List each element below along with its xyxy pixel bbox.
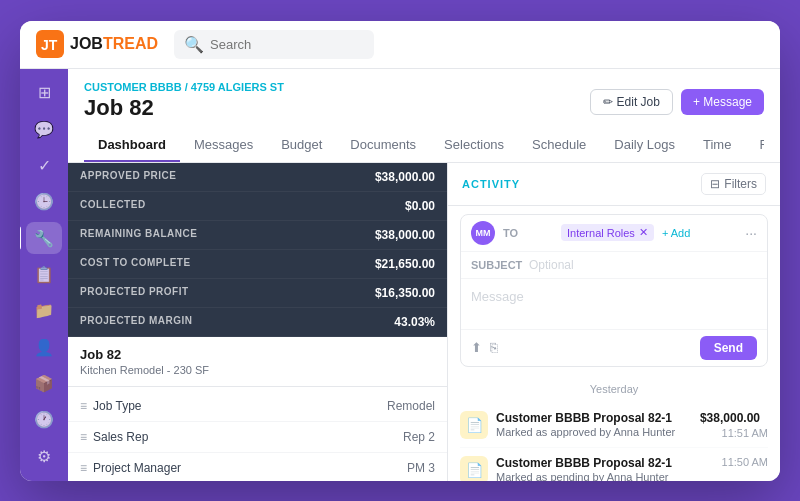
tab-messages[interactable]: Messages	[180, 129, 267, 162]
tab-schedule[interactable]: Schedule	[518, 129, 600, 162]
fields: ≡ Job Type Remodel ≡ Sales Rep Rep 2	[68, 387, 447, 481]
job-info: Job 82 Kitchen Remodel - 230 SF	[68, 337, 447, 387]
activity-item-1[interactable]: 📄 Customer BBBB Proposal 82-1 Marked as …	[460, 448, 768, 481]
sidebar-item-users[interactable]: 👤	[26, 331, 62, 363]
sidebar-item-items[interactable]: 📦	[26, 367, 62, 399]
composer-subject-row: SUBJECT Optional	[461, 252, 767, 279]
sidebar-item-tools[interactable]: 🔧	[26, 222, 62, 254]
field-row-job-type: ≡ Job Type Remodel	[68, 391, 447, 422]
tab-selections[interactable]: Selections	[430, 129, 518, 162]
lines-icon-3: ≡	[80, 461, 87, 475]
activity-content-1: Customer BBBB Proposal 82-1 Marked as pe…	[496, 456, 714, 481]
activity-right-1: 11:50 AM	[722, 456, 768, 468]
financial-table: APPROVED PRICE $38,000.00 COLLECTED $0.0…	[68, 163, 447, 337]
sidebar-item-files[interactable]: 📁	[26, 295, 62, 327]
tab-daily-logs[interactable]: Daily Logs	[600, 129, 689, 162]
fin-row-approved: APPROVED PRICE $38,000.00	[68, 163, 447, 192]
activity-icon-0: 📄	[460, 411, 488, 439]
composer-footer: ⬆ ⎘ Send	[461, 329, 767, 366]
fin-row-remaining: REMAINING BALANCE $38,000.00	[68, 221, 447, 250]
breadcrumb[interactable]: CUSTOMER BBBB / 4759 ALGIERS ST	[84, 81, 284, 93]
copy-icon[interactable]: ⎘	[490, 340, 498, 355]
sidebar-item-tasks[interactable]: ✓	[26, 149, 62, 181]
composer-body[interactable]: Message	[461, 279, 767, 329]
upload-icon[interactable]: ⬆	[471, 340, 482, 355]
job-header: CUSTOMER BBBB / 4759 ALGIERS ST Job 82 ✏…	[68, 69, 780, 163]
message-composer: MM TO Internal Roles ✕ + Add ··· SUBJECT…	[460, 214, 768, 367]
fin-row-margin: PROJECTED MARGIN 43.03%	[68, 308, 447, 337]
activity-title: ACTIVITY	[462, 178, 520, 190]
activity-feed: Yesterday 📄 Customer BBBB Proposal 82-1 …	[448, 375, 780, 481]
search-bar[interactable]: 🔍	[174, 30, 374, 59]
edit-icon: ✏	[603, 95, 613, 109]
right-panel: ACTIVITY ⊟ Filters MM TO Internal Roles	[448, 163, 780, 481]
logo-text: JOBTREAD	[70, 35, 158, 53]
field-row-project-manager: ≡ Project Manager PM 3	[68, 453, 447, 481]
fin-row-cost: COST TO COMPLETE $21,650.00	[68, 250, 447, 279]
tabs: Dashboard Messages Budget Documents Sele…	[84, 129, 764, 162]
add-link[interactable]: + Add	[662, 227, 690, 239]
tab-files[interactable]: Files	[745, 129, 764, 162]
sidebar-item-settings[interactable]: ⚙	[26, 440, 62, 472]
sidebar-item-home[interactable]: ⊞	[26, 77, 62, 109]
tab-time[interactable]: Time	[689, 129, 745, 162]
activity-right-0: $38,000.00 11:51 AM	[700, 411, 768, 439]
field-row-sales-rep: ≡ Sales Rep Rep 2	[68, 422, 447, 453]
topbar: JT JOBTREAD 🔍	[20, 21, 780, 69]
more-button[interactable]: ···	[745, 225, 757, 241]
composer-to-row: MM TO Internal Roles ✕ + Add ···	[461, 215, 767, 252]
logo-icon: JT	[36, 30, 64, 58]
panels: APPROVED PRICE $38,000.00 COLLECTED $0.0…	[68, 163, 780, 481]
filter-icon: ⊟	[710, 177, 720, 191]
left-panel: APPROVED PRICE $38,000.00 COLLECTED $0.0…	[68, 163, 448, 481]
send-button[interactable]: Send	[700, 336, 757, 360]
search-input[interactable]	[210, 37, 364, 52]
content-area: CUSTOMER BBBB / 4759 ALGIERS ST Job 82 ✏…	[68, 69, 780, 481]
composer-icons: ⬆ ⎘	[471, 340, 498, 355]
fin-row-profit: PROJECTED PROFIT $16,350.00	[68, 279, 447, 308]
tag-close-icon[interactable]: ✕	[639, 226, 648, 239]
avatar: MM	[471, 221, 495, 245]
filter-button[interactable]: ⊟ Filters	[701, 173, 766, 195]
tab-dashboard[interactable]: Dashboard	[84, 129, 180, 162]
date-divider: Yesterday	[460, 383, 768, 395]
fin-row-collected: COLLECTED $0.00	[68, 192, 447, 221]
activity-header: ACTIVITY ⊟ Filters	[448, 163, 780, 206]
search-icon: 🔍	[184, 35, 204, 54]
tab-documents[interactable]: Documents	[336, 129, 430, 162]
tab-budget[interactable]: Budget	[267, 129, 336, 162]
edit-job-button[interactable]: ✏ Edit Job	[590, 89, 673, 115]
lines-icon: ≡	[80, 399, 87, 413]
job-title: Job 82	[84, 95, 284, 121]
sidebar-item-time[interactable]: 🕒	[26, 186, 62, 218]
activity-content-0: Customer BBBB Proposal 82-1 Marked as ap…	[496, 411, 692, 438]
svg-text:JT: JT	[41, 37, 58, 53]
sidebar: ⊞ 💬 ✓ 🕒 🔧 📋 📁 👤 📦 🕐 ⚙	[20, 69, 68, 481]
activity-item-0[interactable]: 📄 Customer BBBB Proposal 82-1 Marked as …	[460, 403, 768, 448]
lines-icon-2: ≡	[80, 430, 87, 444]
message-button[interactable]: + Message	[681, 89, 764, 115]
activity-icon-1: 📄	[460, 456, 488, 481]
sidebar-item-documents[interactable]: 📋	[26, 258, 62, 290]
sidebar-item-messages[interactable]: 💬	[26, 113, 62, 145]
logo: JT JOBTREAD	[36, 30, 158, 58]
sidebar-item-history[interactable]: 🕐	[26, 404, 62, 436]
internal-roles-tag[interactable]: Internal Roles ✕	[561, 224, 654, 241]
